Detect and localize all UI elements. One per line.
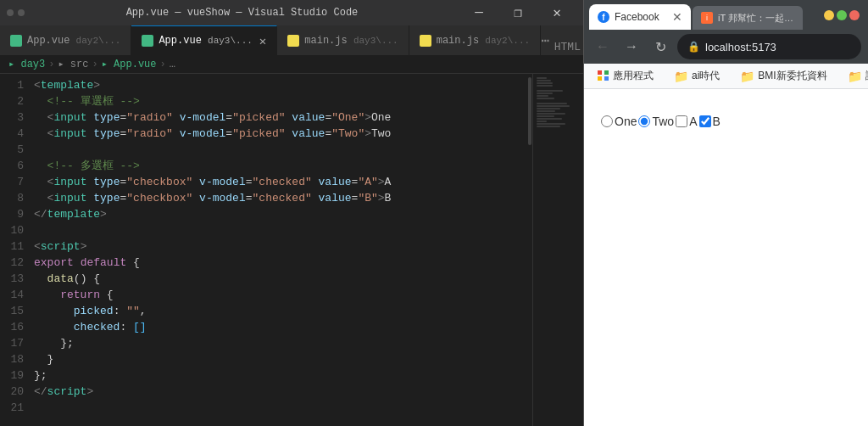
- bookmark-bmi-label: BMI新委托資料: [758, 69, 826, 83]
- browser-maximize-btn[interactable]: [837, 10, 847, 20]
- js-icon-2: [420, 35, 431, 47]
- bookmark-more[interactable]: 📁 論: [841, 67, 868, 85]
- forward-button[interactable]: →: [620, 35, 643, 59]
- titlebar-dots: [7, 9, 25, 16]
- scrollbar-thumb[interactable]: [528, 77, 531, 145]
- radio-two[interactable]: [638, 115, 650, 127]
- tab-appvue-day3[interactable]: App.vue day3\... ✕: [131, 25, 277, 55]
- breadcrumb-part-day3[interactable]: ▸ day3: [8, 58, 45, 70]
- tab-mainjs-day3[interactable]: main.js day3\...: [277, 25, 409, 55]
- more-tabs-button[interactable]: ⋯: [541, 25, 549, 55]
- html5-badge: HTML: [554, 41, 581, 53]
- js-icon-1: [287, 35, 299, 47]
- bookmark-ai[interactable]: 📁 ai時代: [667, 67, 726, 85]
- minimap: [532, 74, 583, 426]
- tab-appvue-day2[interactable]: App.vue day2\...: [0, 25, 131, 55]
- tab-label-1: App.vue day2\...: [27, 35, 120, 47]
- grid-icon: [598, 70, 609, 82]
- url-display: localhost:5173: [705, 41, 776, 53]
- maximize-button[interactable]: ❐: [498, 0, 537, 25]
- breadcrumb-sep-2: ›: [92, 59, 97, 70]
- checkbox-b[interactable]: [699, 115, 711, 127]
- bookmark-apps-label: 應用程式: [613, 69, 654, 83]
- radio-two-label: Two: [652, 115, 674, 128]
- tab-label-2: App.vue day3\...: [159, 35, 252, 47]
- vscode-tabs: App.vue day2\... App.vue day3\... ✕ main…: [0, 25, 583, 55]
- tab-mainjs-day2[interactable]: main.js day2\...: [409, 25, 541, 55]
- editor-area: 123456789101112131415161718192021 <templ…: [0, 74, 583, 426]
- breadcrumb: ▸ day3 › ▸ src › ▸ App.vue › …: [0, 55, 583, 74]
- checkbox-a[interactable]: [676, 115, 687, 127]
- breadcrumb-sep-3: ›: [160, 59, 166, 70]
- folder-icon-1: 📁: [674, 70, 688, 83]
- breadcrumb-part-appvue[interactable]: ▸ App.vue: [102, 58, 157, 70]
- lock-icon: 🔒: [687, 41, 700, 53]
- bookmark-apps[interactable]: 應用程式: [591, 67, 660, 85]
- it-favicon: i: [701, 12, 713, 24]
- form-controls-row: One Two A B: [601, 115, 851, 128]
- browser-content: One Two A B: [584, 89, 868, 426]
- folder-icon-3: 📁: [848, 70, 862, 83]
- tab-label-3: main.js day3\...: [304, 35, 398, 47]
- tab-close-2[interactable]: ✕: [259, 34, 266, 48]
- bookmark-ai-label: ai時代: [692, 69, 720, 83]
- titlebar-title: App.vue — vueShow — Visual Studio Code: [31, 7, 453, 19]
- vscode-panel: App.vue — vueShow — Visual Studio Code —…: [0, 0, 583, 426]
- titlebar-dot-1: [7, 9, 14, 16]
- browser-close-btn[interactable]: [849, 10, 860, 20]
- folder-icon-2: 📁: [740, 70, 754, 83]
- facebook-tab-close[interactable]: ✕: [672, 10, 682, 24]
- breadcrumb-sep-1: ›: [48, 59, 54, 70]
- browser-tabs: f Facebook ✕ i iT 邦幫忙：一起幫忙...: [589, 0, 821, 30]
- breadcrumb-part-ellipsis[interactable]: …: [170, 59, 175, 70]
- browser-toolbar: ← → ↻ 🔒 localhost:5173: [584, 30, 868, 64]
- vue-icon-2: [142, 35, 153, 47]
- reload-button[interactable]: ↻: [648, 35, 672, 59]
- address-bar[interactable]: 🔒 localhost:5173: [677, 34, 861, 59]
- breadcrumb-part-src[interactable]: ▸ src: [58, 58, 88, 70]
- browser-tab-it[interactable]: i iT 邦幫忙：一起幫忙...: [693, 6, 803, 30]
- minimize-button[interactable]: —: [459, 0, 498, 25]
- browser-tab-facebook[interactable]: f Facebook ✕: [589, 4, 691, 30]
- browser-minimize-btn[interactable]: [824, 10, 834, 20]
- code-content[interactable]: <template> <!-- 單選框 --> <input type="rad…: [31, 74, 527, 426]
- it-tab-title: iT 邦幫忙：一起幫忙...: [718, 12, 794, 25]
- titlebar-dot-2: [18, 9, 25, 16]
- checkbox-b-label: B: [713, 115, 721, 128]
- checkbox-a-label: A: [689, 115, 697, 128]
- vscode-titlebar: App.vue — vueShow — Visual Studio Code —…: [0, 0, 583, 25]
- tab-label-4: main.js day2\...: [437, 35, 530, 47]
- facebook-tab-title: Facebook: [615, 11, 667, 23]
- browser-titlebar: f Facebook ✕ i iT 邦幫忙：一起幫忙...: [584, 0, 868, 30]
- radio-one-label: One: [615, 115, 637, 128]
- browser-window-controls: [821, 10, 863, 20]
- bookmark-bmi[interactable]: 📁 BMI新委托資料: [733, 67, 833, 85]
- line-numbers: 123456789101112131415161718192021: [0, 74, 31, 426]
- close-button[interactable]: ✕: [537, 0, 576, 25]
- back-button[interactable]: ←: [591, 35, 615, 59]
- bookmarks-bar: 應用程式 📁 ai時代 📁 BMI新委托資料 📁 論: [584, 64, 868, 89]
- titlebar-controls: — ❐ ✕: [459, 0, 576, 25]
- facebook-favicon: f: [598, 11, 609, 23]
- vue-icon-1: [10, 35, 22, 47]
- browser-panel: f Facebook ✕ i iT 邦幫忙：一起幫忙... ← → ↻ 🔒 lo…: [583, 0, 868, 426]
- minimap-content: [533, 74, 583, 134]
- radio-one[interactable]: [601, 115, 613, 127]
